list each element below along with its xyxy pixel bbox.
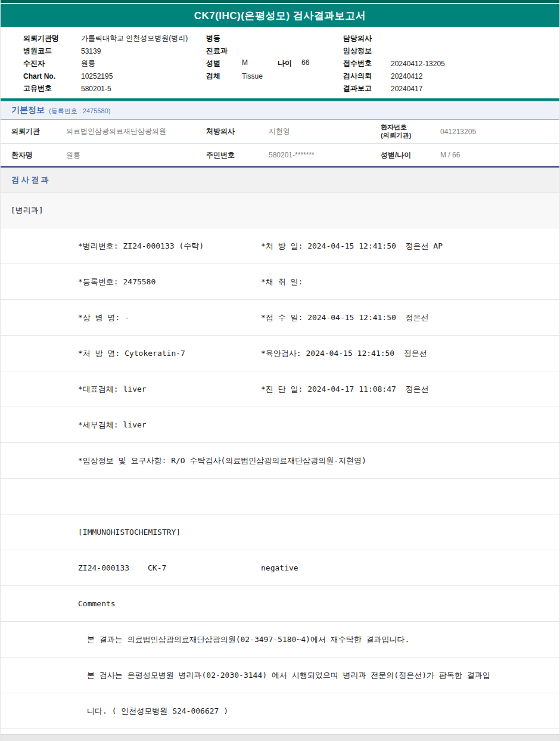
order-name: *처 방 명: Cytokeratin-7 [78, 348, 261, 359]
sex-age-group: M 나이 66 [242, 58, 343, 69]
ihc-section-row: [IMMUNOHISTOCHEMISTRY] [1, 514, 559, 550]
hospital-code-value: 53139 [81, 47, 206, 55]
receipt-no-label: 접수번호 [343, 58, 391, 69]
patient-no-label-line1: 환자번호 [381, 123, 440, 132]
patient-name-value: 원룡 [66, 150, 206, 160]
receipt-datetime: *접 수 일: 2024-04-15 12:41:50 정은선 [261, 312, 559, 323]
basic-info-table: 의뢰기관 의료법인삼광의료재단삼광의원 처방의사 지현영 환자번호 (의뢰기관)… [1, 120, 559, 168]
comments-label: Comments [78, 599, 116, 608]
order-date-value: 20240412 [391, 72, 559, 80]
empty-row [1, 479, 559, 514]
basic-info-title: 기본정보 [11, 105, 45, 116]
comment-line: 본 검사는 은평성모병원 병리과(02-2030-3144) 에서 시행되었으며… [87, 670, 490, 681]
prescriber-value: 지현영 [269, 126, 381, 137]
report-title: CK7(IHC)(은평성모) 검사결과보고서 [194, 9, 366, 23]
table-row: 환자명 원룡 주민번호 580201-******* 성별/나이 M / 66 [1, 143, 559, 166]
table-row: 의뢰기관 의료법인삼광의료재단삼광의원 처방의사 지현영 환자번호 (의뢰기관)… [1, 120, 559, 143]
collection-date: *채 취 일: [261, 277, 559, 287]
main-specimen: *대표검체: liver [78, 384, 261, 395]
department-label: [병리과] [11, 205, 43, 216]
patient-info-row: 병원코드 53139 진료과 임상정보 [23, 45, 559, 57]
comments-label-row: Comments [1, 586, 559, 622]
report-title-bar: CK7(IHC)(은평성모) 검사결과보고서 [1, 4, 559, 27]
prescriber-label: 처방의사 [206, 126, 269, 137]
patient-info-row: 의뢰기관명 가톨릭대학교 인천성모병원(병리) 병동 담당의사 [23, 32, 559, 45]
resident-no-value: 580201-******* [269, 151, 381, 159]
comment-row: 본 검사는 은평성모병원 병리과(02-2030-3144) 에서 시행되었으며… [1, 658, 559, 693]
specimen-value: Tissue [242, 72, 343, 80]
clinical-info-text: *임상정보 및 요구사항: R/O 수탁검사(의료법인삼광의료재단삼광의원-지현… [78, 455, 366, 466]
resident-no-label: 주민번호 [206, 150, 269, 160]
detail-row-sub-specimen: *세부검체: liver [1, 407, 559, 443]
patient-no-label: 환자번호 (의뢰기관) [381, 123, 440, 140]
sub-specimen: *세부검체: liver [78, 420, 261, 430]
basic-info-subtitle: (등록번호 : 2475580) [49, 106, 110, 116]
results-title: 검 사 결 과 [11, 175, 49, 185]
report-date-label: 결과보고 [343, 83, 391, 94]
chart-no-value: 10252195 [81, 72, 206, 80]
receipt-no-value: 20240412-13205 [391, 60, 559, 68]
diagnosis-name: *상 병 명: - [78, 312, 261, 323]
report-date-value: 20240417 [391, 85, 559, 93]
patient-name-label: 환자명 [1, 150, 66, 160]
chart-no-label: Chart No. [23, 72, 81, 80]
comment-row: 본 결과는 의료법인삼광의료재단삼광의원(02-3497-5180~4)에서 재… [1, 622, 559, 658]
gross-exam-datetime: *육안검사: 2024-04-15 12:41:50 정은선 [261, 348, 559, 359]
results-body: [병리과] *병리번호: ZI24-000133 (수탁) *처 방 일: 20… [1, 193, 559, 729]
patient-info-row: Chart No. 10252195 검체 Tissue 검사의뢰 202404… [23, 70, 559, 82]
comment-line: 니다. ( 인천성모병원 S24-006627 ) [87, 706, 228, 717]
age-label: 나이 [278, 58, 301, 69]
patient-name-label: 수진자 [23, 58, 81, 69]
sex-value: M [242, 58, 278, 69]
sex-label: 성별 [206, 58, 242, 69]
detail-row-diagnosis-name: *상 병 명: - *접 수 일: 2024-04-15 12:41:50 정은… [1, 300, 559, 336]
result-value: negative [261, 563, 298, 572]
hospital-code-label: 병원코드 [23, 46, 81, 56]
registration-no: *등록번호: 2475580 [78, 277, 261, 287]
referring-org-label: 의뢰기관명 [23, 33, 81, 44]
results-section-header: 검 사 결 과 [1, 168, 559, 193]
department-label: 진료과 [206, 46, 242, 56]
sex-age-label: 성별/나이 [381, 151, 440, 160]
result-line-row: ZI24-000133 CK-7 negative [1, 550, 559, 586]
specimen-label: 검체 [206, 71, 242, 81]
detail-row-main-specimen: *대표검체: liver *진 단 일: 2024-04-17 11:08:47… [1, 371, 559, 407]
top-teal-strip [1, 0, 559, 3]
order-datetime: *처 방 일: 2024-04-15 12:41:50 정은선 AP [261, 241, 559, 252]
doctor-label: 담당의사 [343, 33, 391, 44]
result-specimen-id: ZI24-000133 [78, 563, 148, 572]
detail-row-pathology-no: *병리번호: ZI24-000133 (수탁) *처 방 일: 2024-04-… [1, 228, 559, 264]
order-date-label: 검사의뢰 [343, 71, 391, 81]
bottom-gray-strip [1, 734, 559, 741]
comment-line: 본 결과는 의료법인삼광의료재단삼광의원(02-3497-5180~4)에서 재… [87, 634, 409, 645]
patient-no-label-line2: (의뢰기관) [381, 132, 440, 140]
sex-age-value: M / 66 [440, 151, 559, 159]
ward-label: 병동 [206, 33, 242, 44]
referral-org-value: 의료법인삼광의료재단삼광의원 [66, 126, 206, 137]
department-row: [병리과] [1, 193, 559, 228]
ihc-section-label: [IMMUNOHISTOCHEMISTRY] [78, 528, 181, 537]
referral-org-label: 의뢰기관 [1, 126, 66, 137]
pathology-no: *병리번호: ZI24-000133 (수탁) [78, 241, 261, 252]
detail-row-order-name: *처 방 명: Cytokeratin-7 *육안검사: 2024-04-15 … [1, 336, 559, 371]
diagnosis-datetime: *진 단 일: 2024-04-17 11:08:47 정은선 [261, 384, 559, 395]
age-value: 66 [301, 58, 337, 69]
clinical-info-row: *임상정보 및 요구사항: R/O 수탁검사(의료법인삼광의료재단삼광의원-지현… [1, 443, 559, 479]
patient-no-value: 041213205 [440, 128, 559, 136]
patient-info-section: 의뢰기관명 가톨릭대학교 인천성모병원(병리) 병동 담당의사 병원코드 531… [1, 27, 559, 98]
result-test-name: CK-7 [148, 563, 261, 572]
patient-info-row: 고유번호 580201-5 결과보고 20240417 [23, 82, 559, 95]
unique-no-label: 고유번호 [23, 83, 81, 94]
patient-name-value: 원룡 [81, 58, 206, 69]
unique-no-value: 580201-5 [81, 85, 206, 93]
basic-info-header: 기본정보 (등록번호 : 2475580) [1, 101, 559, 120]
comment-row: 니다. ( 인천성모병원 S24-006627 ) [1, 693, 559, 729]
referring-org-value: 가톨릭대학교 인천성모병원(병리) [81, 33, 206, 44]
patient-info-row: 수진자 원룡 성별 M 나이 66 접수번호 20240412-13205 [23, 57, 559, 70]
report-page: CK7(IHC)(은평성모) 검사결과보고서 의뢰기관명 가톨릭대학교 인천성모… [0, 0, 560, 741]
clinical-info-label: 임상정보 [343, 46, 391, 56]
detail-row-registration-no: *등록번호: 2475580 *채 취 일: [1, 264, 559, 300]
